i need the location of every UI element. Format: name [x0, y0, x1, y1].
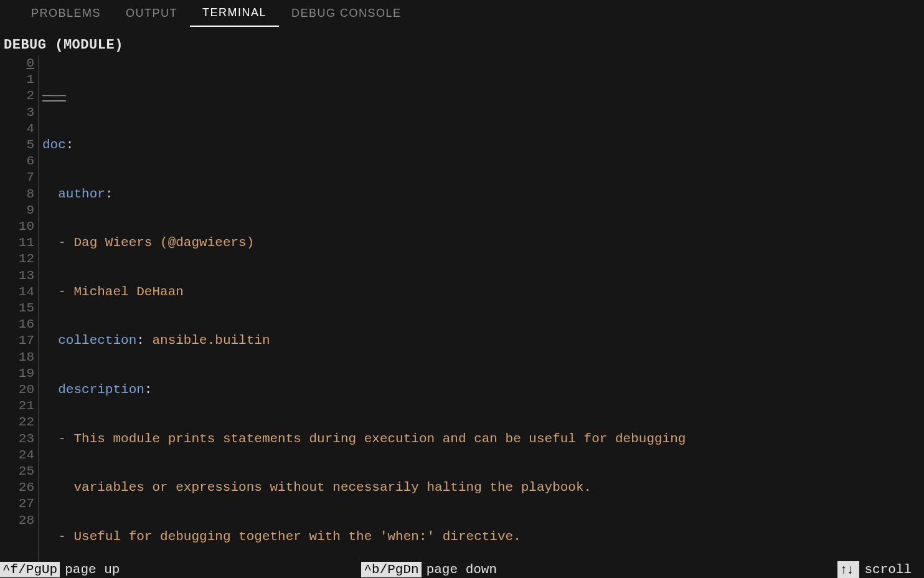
- line-number: 10: [0, 219, 34, 235]
- line-number: 6: [0, 153, 34, 169]
- line-number: 3: [0, 105, 34, 121]
- line-number: 8: [0, 186, 34, 202]
- pgdn-label: page down: [422, 562, 502, 577]
- terminal-header: DEBUG (MODULE): [0, 37, 924, 53]
- pgup-key-hint: ^f/PgUp: [0, 562, 60, 577]
- tab-problems[interactable]: PROBLEMS: [19, 1, 113, 26]
- line-number: 1: [0, 72, 34, 88]
- line-number: 23: [0, 431, 34, 447]
- line-number: 15: [0, 300, 34, 316]
- line-number: 28: [0, 513, 34, 529]
- line-number: 9: [0, 202, 34, 219]
- line-number: 20: [0, 382, 34, 398]
- line-gutter: 0 1 2 3 4 5 6 7 8 9 10 11 12 13 14 15 16…: [0, 55, 39, 578]
- yaml-key: author: [58, 187, 105, 201]
- line-number: 13: [0, 268, 34, 284]
- yaml-value: This module prints statements during exe…: [73, 432, 686, 446]
- tab-output[interactable]: OUTPUT: [113, 1, 190, 26]
- yaml-key: doc: [42, 138, 66, 152]
- pgup-label: page up: [60, 562, 125, 577]
- scroll-label: scroll: [859, 562, 917, 577]
- line-number: 24: [0, 447, 34, 463]
- terminal-panel[interactable]: DEBUG (MODULE) 0 1 2 3 4 5 6 7 8 9 10 11…: [0, 26, 924, 578]
- line-number: 16: [0, 316, 34, 333]
- line-number: 21: [0, 398, 34, 414]
- line-number: 7: [0, 169, 34, 186]
- line-number: 22: [0, 414, 34, 430]
- line-number: 25: [0, 463, 34, 480]
- yaml-value: Useful for debugging together with the '…: [73, 529, 521, 544]
- yaml-front: ———: [42, 88, 66, 103]
- line-number: 11: [0, 235, 34, 251]
- line-number: 2: [0, 88, 34, 104]
- tab-terminal[interactable]: TERMINAL: [190, 0, 279, 27]
- yaml-value: ansible.builtin: [144, 333, 270, 348]
- yaml-key: collection: [58, 333, 136, 348]
- code-body: ——— doc: author: - Dag Wieers (@dagwieer…: [39, 55, 924, 578]
- line-number: 5: [0, 137, 34, 153]
- line-number: 17: [0, 333, 34, 349]
- scroll-key-hint: ↑↓: [837, 561, 859, 578]
- line-number: 27: [0, 496, 34, 512]
- yaml-value: variables or expressions without necessa…: [73, 480, 592, 495]
- line-number: 14: [0, 284, 34, 300]
- pager-statusbar: ^f/PgUp page up ^b/PgDn page down ↑↓ scr…: [0, 561, 924, 578]
- code-area: 0 1 2 3 4 5 6 7 8 9 10 11 12 13 14 15 16…: [0, 55, 924, 578]
- pgdn-key-hint: ^b/PgDn: [361, 562, 421, 577]
- line-number: 18: [0, 349, 34, 366]
- yaml-key: description: [58, 382, 144, 397]
- line-number: 26: [0, 480, 34, 496]
- panel-tabs: PROBLEMS OUTPUT TERMINAL DEBUG CONSOLE: [0, 0, 924, 26]
- line-number: 12: [0, 251, 34, 267]
- line-number: 0: [0, 55, 34, 72]
- yaml-value: Michael DeHaan: [73, 285, 183, 299]
- line-number: 19: [0, 366, 34, 382]
- line-number: 4: [0, 121, 34, 137]
- tab-debug-console[interactable]: DEBUG CONSOLE: [279, 1, 414, 26]
- yaml-value: Dag Wieers (@dagwieers): [73, 235, 254, 250]
